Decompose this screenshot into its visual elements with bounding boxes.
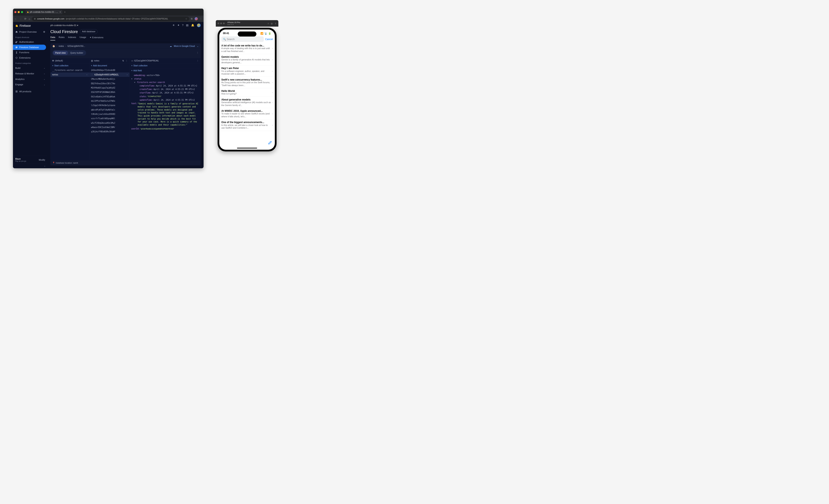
url-input[interactable]: ⚙ console.firebase.google.com/project/pf… xyxy=(32,16,189,21)
more-in-cloud-link[interactable]: More in Google Cloud xyxy=(174,45,195,47)
document-item[interactable]: tVKnHcjvwlnhOoe09VB3 xyxy=(89,112,130,116)
document-item[interactable]: 243ee9h6kpv7Zzdxdo9D xyxy=(89,68,130,72)
document-item[interactable]: EB2Yh9xw1S6ecCBlC7Ae xyxy=(89,81,130,86)
browser-menu-icon[interactable]: ⋮ xyxy=(200,17,202,20)
note-item[interactable]: About generative modelsGenerative artifi… xyxy=(219,97,275,108)
reload-button[interactable]: ⟳ xyxy=(24,17,26,20)
collapse-toggle-icon[interactable]: ▾ xyxy=(134,81,136,84)
note-item[interactable]: Swift's new concurrency features...As Do… xyxy=(219,77,275,88)
document-item[interactable]: OUJsdQa6vLV4T8IqR6ak xyxy=(89,95,130,99)
document-item[interactable]: CMucncMB0a6mtHuoD2ji xyxy=(89,77,130,81)
sidebar-cat-release[interactable]: Release & Monitor⌄ xyxy=(13,71,47,76)
panel-view-button[interactable]: Panel view xyxy=(53,51,68,55)
document-item[interactable]: MI4YKm6Olapw7aLWVyDZ xyxy=(89,86,130,90)
plan-sub: Pay as you go xyxy=(15,160,26,162)
chevron-down-icon: ⌄ xyxy=(43,78,45,80)
minimize-window-button[interactable] xyxy=(18,11,20,13)
tab-extensions[interactable]: ✦Extensions xyxy=(89,36,103,40)
sim-home-icon[interactable]: ⌂ xyxy=(267,22,269,25)
tab-usage[interactable]: Usage xyxy=(79,36,86,40)
compose-button[interactable] xyxy=(268,141,272,145)
breadcrumb-document[interactable]: 6ZDaUg9t4VO5l... xyxy=(67,45,85,47)
bookmark-icon[interactable]: ☆ xyxy=(185,17,187,20)
project-overview-link[interactable]: Project Overview ⚙ xyxy=(13,29,47,35)
add-database-button[interactable]: Add database xyxy=(80,29,98,34)
collection-item[interactable]: __firestore-vector-search xyxy=(50,68,89,72)
home-button[interactable]: ⌂ xyxy=(29,17,30,20)
collapse-toggle-icon[interactable]: ▾ xyxy=(131,78,133,80)
document-item[interactable]: wHaeorE0CIedtWaCIBMr xyxy=(89,125,130,130)
start-collection-button[interactable]: +Start collection xyxy=(130,63,201,68)
maximize-window-button[interactable] xyxy=(21,11,23,13)
browser-tab[interactable]: pfr-codelab-fvs-mobile-01 - ... ✕ xyxy=(26,10,63,14)
sidebar-item-extensions[interactable]: Extensions xyxy=(13,55,47,61)
add-document-button[interactable]: +Add document xyxy=(89,63,130,68)
all-products-link[interactable]: All products xyxy=(13,89,47,94)
firebase-logo[interactable]: Firebase xyxy=(13,22,47,29)
extensions-icon[interactable]: ⧉ xyxy=(191,17,192,20)
project-selector[interactable]: pfr-codelab-fvs-mobile-01 ▾ xyxy=(50,24,78,27)
sidebar-cat-analytics[interactable]: Analytics⌄ xyxy=(13,76,47,82)
settings-gear-icon[interactable]: ⚙ xyxy=(43,31,45,33)
note-item[interactable]: Hey! I am PeterI'm a software engineer, … xyxy=(219,66,275,77)
note-item[interactable]: One of the biggest announcements...In th… xyxy=(219,119,275,131)
sidebar-cat-build[interactable]: Build⌄ xyxy=(13,65,47,71)
document-item[interactable]: kbJJPFafXmb5utuCFWOx xyxy=(89,99,130,103)
note-item[interactable]: Hello WorldHow is it going?› xyxy=(219,88,275,97)
document-icon: ▭ xyxy=(131,59,133,62)
sim-maximize-button[interactable] xyxy=(223,23,225,24)
documents-column-header: ▥ notes ⇅ ⋮ xyxy=(89,58,130,63)
document-item[interactable]: w5z7CXDqGAeuuKOe1MuJ xyxy=(89,121,130,125)
sim-minimize-button[interactable] xyxy=(220,23,222,24)
tab-rules[interactable]: Rules xyxy=(59,36,65,40)
site-settings-icon[interactable]: ⚙ xyxy=(34,17,36,20)
document-item[interactable]: ⋮6ZDaUg9t4VO5lbPREAIL› xyxy=(89,73,130,77)
note-item[interactable]: Gemini modelsGemini is a family of gener… xyxy=(219,54,275,65)
document-item[interactable]: vzsrfrTsa6thBSpapN6l xyxy=(89,116,130,120)
collection-item[interactable]: notes› xyxy=(50,73,89,77)
profile-avatar[interactable] xyxy=(194,17,198,20)
tab-data[interactable]: Data xyxy=(50,36,55,40)
sim-close-button[interactable] xyxy=(217,23,219,24)
close-tab-icon[interactable]: ✕ xyxy=(60,11,61,13)
search-input[interactable]: 🔍 Search xyxy=(221,36,264,42)
sidebar-item-firestore[interactable]: Firestore Database xyxy=(13,45,46,50)
sim-screenshot-icon[interactable]: ◎ xyxy=(271,22,273,25)
more-options-icon[interactable]: ⋮ xyxy=(196,51,199,54)
close-window-button[interactable] xyxy=(14,11,16,13)
sidebar-item-authentication[interactable]: Authentication xyxy=(13,39,47,45)
more-icon[interactable]: ⋮ xyxy=(125,59,128,62)
start-collection-button[interactable]: +Start collection xyxy=(50,63,89,68)
document-item[interactable]: OSGYXPF4F2K6NWmS3Rbh xyxy=(89,90,130,94)
help-icon[interactable]: ? xyxy=(182,24,183,27)
sim-share-icon[interactable]: ⇪ xyxy=(275,22,277,25)
note-item[interactable]: A lot of the code we write has to de...A… xyxy=(219,43,275,54)
new-tab-button[interactable]: + xyxy=(64,10,66,13)
document-item[interactable]: li5gqJcNtHeQmJyLkpea xyxy=(89,103,130,107)
sidebar-item-functions[interactable]: Functions xyxy=(13,50,47,55)
spark-icon[interactable]: ✦ xyxy=(177,24,180,27)
breadcrumb-collection[interactable]: notes xyxy=(59,45,64,47)
cancel-button[interactable]: Cancel xyxy=(265,38,273,41)
document-item[interactable]: qWzv0FyKTqYl0wR8YaCc xyxy=(89,108,130,112)
add-field-button[interactable]: +Add field xyxy=(130,68,201,73)
feedback-icon[interactable]: ▤ xyxy=(186,24,188,27)
theme-toggle-icon[interactable]: ☀ xyxy=(172,24,175,27)
forward-button[interactable]: → xyxy=(19,17,22,20)
user-avatar[interactable] xyxy=(197,24,201,27)
sidebar-cat-engage[interactable]: Engage⌄ xyxy=(13,82,47,87)
modify-plan-button[interactable]: Modify xyxy=(39,158,45,161)
more-icon[interactable]: ⋮ xyxy=(197,59,199,62)
back-button[interactable]: ← xyxy=(14,17,17,20)
home-icon xyxy=(15,31,18,33)
notifications-icon[interactable]: 🔔 xyxy=(191,24,194,27)
home-indicator[interactable] xyxy=(237,148,257,149)
note-item[interactable]: At WWDC 2019, Apple announced...To make … xyxy=(219,108,275,119)
breadcrumb-home-icon[interactable]: 🏠 xyxy=(52,45,55,47)
search-placeholder: Search xyxy=(227,38,235,41)
collapse-sidebar-button[interactable]: ‹ xyxy=(13,164,47,168)
filter-icon[interactable]: ⇅ xyxy=(122,59,124,62)
query-builder-button[interactable]: Query builder xyxy=(68,51,85,55)
tab-indexes[interactable]: Indexes xyxy=(68,36,76,40)
document-item[interactable]: y26jksfYBSd83Rv30sWY xyxy=(89,130,130,134)
